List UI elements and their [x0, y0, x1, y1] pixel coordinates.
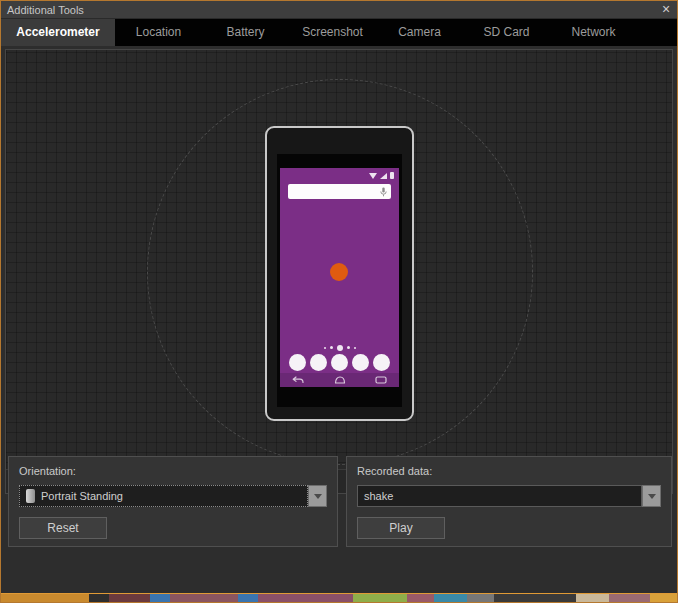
- touch-point-dot: [330, 263, 348, 281]
- additional-tools-window: Additional Tools × Accelerometer Locatio…: [0, 0, 678, 603]
- recorded-data-dropdown-button[interactable]: [642, 485, 661, 507]
- accelerometer-canvas[interactable]: X : 0 Y : 9.806650 Z : 0: [5, 49, 673, 494]
- window-title: Additional Tools: [1, 4, 84, 16]
- close-icon[interactable]: ×: [655, 1, 677, 19]
- play-button[interactable]: Play: [357, 517, 445, 539]
- recents-icon: [375, 376, 387, 384]
- back-icon: [292, 376, 304, 384]
- tab-location[interactable]: Location: [115, 19, 202, 46]
- recorded-data-select[interactable]: shake: [357, 485, 642, 507]
- desktop-background-sliver: [1, 594, 677, 602]
- recorded-data-value: shake: [364, 490, 393, 502]
- recorded-data-label: Recorded data:: [357, 465, 432, 477]
- home-pager-dots: [280, 344, 399, 351]
- google-search-bar: [288, 184, 391, 199]
- portrait-phone-icon: [26, 489, 35, 503]
- recorded-data-group: Recorded data: shake Play: [346, 456, 672, 547]
- dock-app-icons: [280, 354, 399, 372]
- tab-battery[interactable]: Battery: [202, 19, 289, 46]
- orientation-label: Orientation:: [19, 465, 76, 477]
- app-icon: [289, 354, 306, 371]
- orientation-dropdown-button[interactable]: [308, 485, 327, 507]
- tab-camera[interactable]: Camera: [376, 19, 463, 46]
- device-bezel: [277, 154, 402, 407]
- tab-accelerometer[interactable]: Accelerometer: [1, 19, 115, 46]
- app-icon: [331, 354, 348, 371]
- orientation-value: Portrait Standing: [41, 490, 123, 502]
- device-screen: [280, 168, 399, 387]
- device-nav-bar: [280, 373, 399, 387]
- battery-icon: [390, 172, 394, 179]
- tab-screenshot[interactable]: Screenshot: [289, 19, 376, 46]
- chevron-down-icon: [314, 494, 322, 499]
- app-icon: [373, 354, 390, 371]
- tab-bar: Accelerometer Location Battery Screensho…: [1, 19, 677, 46]
- title-bar: Additional Tools ×: [1, 1, 677, 19]
- device-status-bar: [369, 172, 394, 179]
- app-icon: [352, 354, 369, 371]
- microphone-icon: [380, 187, 387, 197]
- home-icon: [334, 376, 346, 384]
- reset-button[interactable]: Reset: [19, 517, 107, 539]
- chevron-down-icon: [648, 494, 656, 499]
- app-icon: [310, 354, 327, 371]
- orientation-group: Orientation: Portrait Standing Reset: [8, 456, 338, 547]
- wifi-icon: [369, 173, 377, 179]
- device-mockup[interactable]: [265, 126, 414, 421]
- orientation-select[interactable]: Portrait Standing: [19, 485, 308, 507]
- cell-signal-icon: [380, 173, 387, 179]
- tab-network[interactable]: Network: [550, 19, 637, 46]
- tab-sdcard[interactable]: SD Card: [463, 19, 550, 46]
